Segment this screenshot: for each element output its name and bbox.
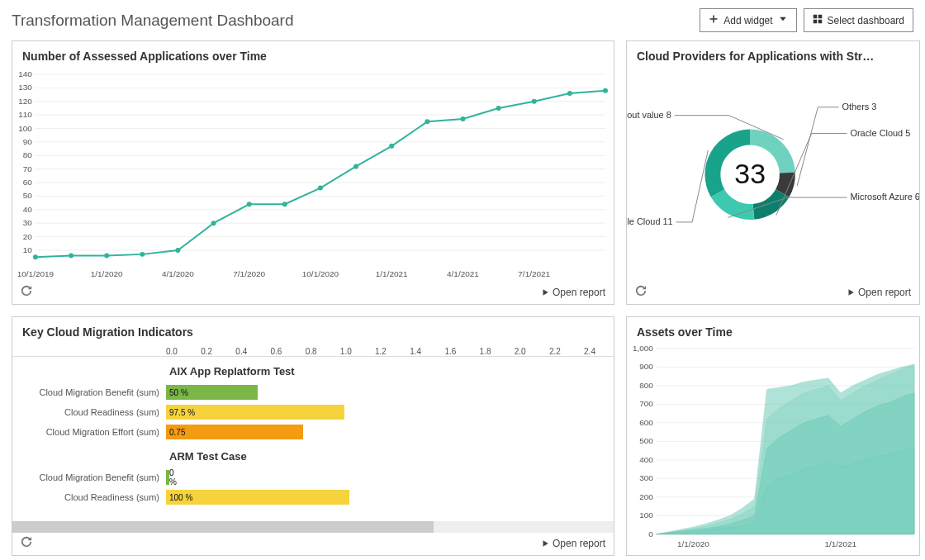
card-title: Cloud Providers for Applications with St… — [627, 41, 919, 68]
svg-text:1/1/2020: 1/1/2020 — [677, 539, 709, 548]
kcmi-row-label: Cloud Migration Effort (sum) — [12, 427, 166, 437]
refresh-icon[interactable] — [21, 285, 32, 299]
kcmi-row: Cloud Readiness (sum)100 % — [12, 487, 605, 507]
kcmi-row-label: Cloud Migration Benefit (sum) — [12, 387, 166, 397]
kcmi-x-scale: 0.00.20.40.60.81.01.21.41.61.82.02.22.4 — [12, 344, 614, 357]
card-apps-over-time: Number of Assessed Applications over Tim… — [12, 40, 614, 305]
svg-text:50: 50 — [23, 191, 33, 200]
svg-text:10/1/2020: 10/1/2020 — [302, 269, 339, 278]
svg-text:Microsoft Azure 6: Microsoft Azure 6 — [850, 192, 919, 202]
svg-text:10: 10 — [23, 245, 33, 254]
refresh-icon[interactable] — [21, 536, 32, 550]
page-title: Transformation Management Dashboard — [12, 12, 293, 30]
card-assets-over-time: Assets over Time 01002003004005006007008… — [626, 316, 920, 556]
svg-text:200: 200 — [639, 492, 653, 501]
card-kcmi: Key Cloud Migration Indicators 0.00.20.4… — [12, 316, 614, 556]
open-report-link[interactable]: Open report — [541, 538, 605, 549]
kcmi-group-title: ARM Test Case — [12, 442, 605, 467]
svg-text:1,000: 1,000 — [633, 344, 653, 353]
svg-point-45 — [496, 106, 501, 111]
svg-point-41 — [353, 164, 358, 168]
svg-text:100: 100 — [639, 510, 653, 520]
select-dashboard-button[interactable]: Select dashboard — [804, 8, 913, 32]
grid-icon — [813, 14, 823, 26]
svg-text:120: 120 — [18, 97, 32, 106]
kcmi-row: Cloud Migration Effort (sum)0.75 — [12, 422, 605, 442]
svg-point-47 — [567, 91, 572, 96]
svg-point-36 — [175, 248, 180, 253]
card-cloud-providers: Cloud Providers for Applications with St… — [626, 40, 920, 305]
line-chart: 10203040506070809010011012013014010/1/20… — [12, 68, 614, 282]
kcmi-group-title: AIX App Replatform Test — [12, 357, 605, 382]
svg-text:800: 800 — [639, 381, 653, 390]
chevron-down-icon — [778, 14, 788, 26]
svg-text:80: 80 — [23, 150, 33, 159]
kcmi-bar[interactable]: 0 % — [166, 470, 169, 485]
svg-rect-3 — [818, 20, 822, 24]
svg-point-35 — [140, 252, 145, 257]
open-report-link[interactable]: Open report — [847, 287, 911, 298]
svg-point-33 — [69, 254, 74, 259]
kcmi-row: Cloud Readiness (sum)97.5 % — [12, 402, 605, 422]
select-dashboard-label: Select dashboard — [828, 15, 904, 26]
svg-text:70: 70 — [23, 164, 33, 173]
kcmi-row: Cloud Migration Benefit (sum)50 % — [12, 382, 605, 402]
add-widget-label: Add widget — [723, 15, 772, 26]
svg-point-32 — [33, 254, 38, 259]
svg-point-40 — [318, 186, 323, 191]
svg-text:110: 110 — [18, 110, 32, 119]
svg-text:100: 100 — [18, 124, 32, 133]
svg-text:400: 400 — [639, 455, 653, 464]
svg-text:900: 900 — [639, 362, 653, 371]
card-title: Assets over Time — [627, 317, 919, 344]
svg-point-42 — [389, 144, 394, 149]
svg-point-39 — [282, 202, 287, 206]
svg-point-46 — [532, 99, 537, 104]
svg-text:Oracle Cloud 5: Oracle Cloud 5 — [850, 128, 910, 138]
svg-text:1/1/2021: 1/1/2021 — [376, 269, 408, 278]
svg-rect-2 — [813, 20, 817, 24]
svg-rect-0 — [813, 15, 817, 19]
svg-text:4/1/2021: 4/1/2021 — [447, 269, 479, 278]
svg-point-44 — [460, 116, 465, 121]
kcmi-horizontal-scrollbar[interactable] — [12, 521, 614, 533]
kcmi-bar[interactable]: 50 % — [166, 385, 258, 400]
kcmi-bar[interactable]: 0.75 — [166, 425, 303, 439]
svg-text:4/1/2020: 4/1/2020 — [162, 269, 194, 278]
kcmi-scroll[interactable]: AIX App Replatform TestCloud Migration B… — [12, 357, 614, 521]
svg-point-37 — [211, 221, 216, 225]
svg-text:30: 30 — [23, 218, 33, 227]
svg-text:Without value 8: Without value 8 — [627, 110, 671, 120]
svg-text:700: 700 — [639, 399, 653, 408]
svg-text:Google Cloud 11: Google Cloud 11 — [627, 216, 673, 226]
kcmi-bar[interactable]: 97.5 % — [166, 405, 344, 420]
kcmi-row: Cloud Migration Benefit (sum)0 % — [12, 467, 605, 487]
kcmi-row-label: Cloud Readiness (sum) — [12, 407, 166, 417]
svg-text:140: 140 — [18, 69, 32, 78]
header-buttons: Add widget Select dashboard — [700, 8, 913, 32]
card-title: Number of Assessed Applications over Tim… — [12, 41, 614, 68]
svg-text:7/1/2021: 7/1/2021 — [518, 269, 550, 278]
kcmi-bar[interactable]: 100 % — [166, 490, 349, 505]
svg-text:90: 90 — [23, 137, 33, 146]
refresh-icon[interactable] — [635, 285, 647, 299]
svg-text:10/1/2019: 10/1/2019 — [17, 269, 55, 278]
donut-chart: 33Without value 8Others 3Oracle Cloud 5M… — [627, 68, 919, 282]
svg-text:300: 300 — [639, 473, 653, 482]
plus-icon — [709, 14, 719, 26]
svg-text:33: 33 — [734, 158, 766, 189]
svg-rect-1 — [818, 15, 822, 19]
svg-text:0: 0 — [648, 529, 653, 539]
svg-point-43 — [425, 119, 429, 124]
svg-text:20: 20 — [23, 232, 33, 241]
svg-text:60: 60 — [23, 178, 33, 187]
kcmi-row-label: Cloud Migration Benefit (sum) — [12, 472, 166, 482]
svg-text:130: 130 — [18, 83, 32, 92]
open-report-link[interactable]: Open report — [541, 287, 605, 298]
kcmi-row-label: Cloud Readiness (sum) — [12, 492, 166, 502]
card-title: Key Cloud Migration Indicators — [12, 317, 614, 344]
add-widget-button[interactable]: Add widget — [700, 8, 796, 32]
svg-text:7/1/2020: 7/1/2020 — [233, 269, 265, 278]
svg-point-34 — [104, 254, 109, 259]
svg-text:40: 40 — [23, 205, 33, 214]
